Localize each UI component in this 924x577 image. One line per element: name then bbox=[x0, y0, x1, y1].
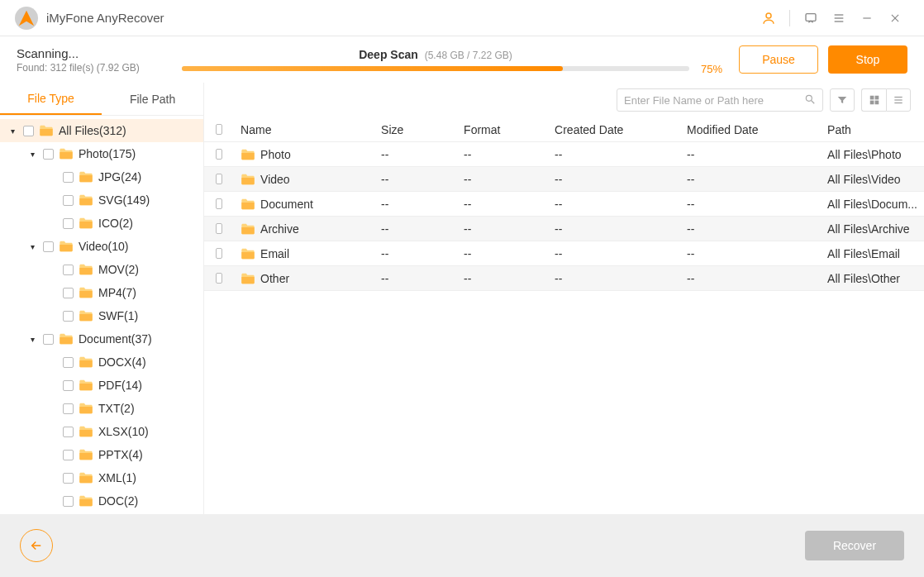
cell-size: -- bbox=[374, 173, 457, 186]
tree-checkbox[interactable] bbox=[63, 357, 74, 368]
col-path[interactable]: Path bbox=[821, 123, 924, 136]
tree-checkbox[interactable] bbox=[63, 450, 74, 460]
feedback-icon[interactable] bbox=[797, 4, 825, 32]
row-checkbox[interactable] bbox=[216, 248, 222, 259]
cell-size: -- bbox=[374, 148, 457, 161]
row-checkbox[interactable] bbox=[216, 149, 222, 160]
tree-checkbox[interactable] bbox=[63, 403, 74, 414]
tree-item-label: MOV(2) bbox=[98, 263, 139, 276]
chevron-down-icon[interactable]: ▾ bbox=[26, 335, 38, 344]
tree-checkbox[interactable] bbox=[63, 311, 74, 322]
chevron-down-icon[interactable]: ▾ bbox=[7, 126, 18, 136]
close-icon[interactable] bbox=[881, 4, 909, 32]
progress-band: Scanning... Found: 312 file(s) (7.92 GB)… bbox=[0, 36, 924, 83]
tree-item[interactable]: DOCX(4) bbox=[0, 350, 203, 374]
tree-item[interactable]: SVG(149) bbox=[0, 188, 203, 212]
pause-button[interactable]: Pause bbox=[739, 45, 818, 74]
tree-checkbox[interactable] bbox=[23, 126, 34, 136]
row-checkbox[interactable] bbox=[216, 273, 222, 284]
search-input[interactable] bbox=[624, 94, 804, 107]
cell-format: -- bbox=[457, 198, 548, 211]
tree-checkbox[interactable] bbox=[63, 380, 74, 391]
table-row[interactable]: Archive--------All Files\Archive bbox=[204, 217, 924, 241]
select-all-checkbox[interactable] bbox=[216, 124, 222, 135]
cell-created: -- bbox=[548, 222, 680, 236]
recover-button[interactable]: Recover bbox=[805, 531, 904, 560]
cell-format: -- bbox=[457, 173, 548, 186]
table-row[interactable]: Video--------All Files\Video bbox=[204, 167, 924, 192]
folder-icon bbox=[79, 403, 93, 414]
tree-item[interactable]: DOC(2) bbox=[0, 489, 203, 513]
tree-checkbox[interactable] bbox=[63, 265, 74, 275]
tree-checkbox[interactable] bbox=[63, 195, 74, 206]
tree-item[interactable]: ▾All Files(312) bbox=[0, 119, 203, 142]
folder-icon bbox=[39, 125, 54, 136]
tree-checkbox[interactable] bbox=[63, 288, 74, 298]
table-row[interactable]: Email--------All Files\Email bbox=[204, 241, 924, 266]
row-checkbox[interactable] bbox=[216, 198, 222, 209]
tree-item-label: Photo(175) bbox=[79, 147, 136, 160]
svg-rect-13 bbox=[874, 101, 879, 105]
cell-created: -- bbox=[548, 272, 680, 285]
minimize-icon[interactable] bbox=[853, 4, 881, 32]
tree-checkbox[interactable] bbox=[63, 473, 74, 484]
cell-size: -- bbox=[374, 198, 457, 211]
folder-icon bbox=[79, 194, 93, 206]
tree-item[interactable]: ▾Video(10) bbox=[0, 235, 203, 258]
tree-item[interactable]: XLSX(10) bbox=[0, 420, 203, 443]
tab-file-type[interactable]: File Type bbox=[0, 83, 102, 115]
tree-item[interactable]: MP4(7) bbox=[0, 281, 203, 304]
tree-checkbox[interactable] bbox=[43, 149, 54, 160]
cell-path: All Files\Photo bbox=[821, 148, 924, 161]
list-view-icon[interactable] bbox=[886, 88, 911, 112]
table-row[interactable]: Other--------All Files\Other bbox=[204, 266, 924, 291]
cell-size: -- bbox=[374, 272, 457, 285]
tree-item[interactable]: XML(1) bbox=[0, 466, 203, 489]
menu-icon[interactable] bbox=[825, 4, 853, 32]
user-icon[interactable] bbox=[755, 4, 783, 32]
row-checkbox[interactable] bbox=[216, 223, 222, 234]
tree-checkbox[interactable] bbox=[43, 334, 54, 345]
cell-format: -- bbox=[457, 148, 548, 161]
tree-item[interactable]: ICO(2) bbox=[0, 212, 203, 235]
progress-fill bbox=[182, 66, 563, 71]
tree-checkbox[interactable] bbox=[63, 218, 74, 229]
folder-icon bbox=[241, 149, 255, 160]
tree-checkbox[interactable] bbox=[63, 172, 74, 183]
search-box[interactable] bbox=[617, 88, 823, 112]
table-row[interactable]: Document--------All Files\Docum... bbox=[204, 192, 924, 217]
cell-name: Email bbox=[260, 247, 289, 260]
folder-icon bbox=[79, 472, 93, 484]
col-modified[interactable]: Modified Date bbox=[680, 123, 821, 136]
col-created[interactable]: Created Date bbox=[548, 123, 680, 136]
tree-item[interactable]: ▾Document(37) bbox=[0, 327, 203, 350]
back-button[interactable] bbox=[20, 529, 53, 562]
chevron-down-icon[interactable]: ▾ bbox=[26, 150, 38, 159]
tree-checkbox[interactable] bbox=[63, 496, 74, 507]
tree-item[interactable]: SWF(1) bbox=[0, 304, 203, 327]
cell-name: Photo bbox=[260, 148, 291, 161]
cell-modified: -- bbox=[680, 198, 821, 211]
tree-item[interactable]: TXT(2) bbox=[0, 397, 203, 420]
cell-created: -- bbox=[548, 173, 680, 186]
filter-icon[interactable] bbox=[830, 88, 855, 112]
row-checkbox[interactable] bbox=[216, 174, 222, 184]
tree-checkbox[interactable] bbox=[43, 241, 54, 252]
svg-point-0 bbox=[766, 13, 771, 18]
tree-item[interactable]: MOV(2) bbox=[0, 258, 203, 281]
tree-item[interactable]: PPTX(4) bbox=[0, 443, 203, 466]
table-row[interactable]: Photo--------All Files\Photo bbox=[204, 142, 924, 167]
search-icon[interactable] bbox=[804, 93, 816, 107]
col-name[interactable]: Name bbox=[234, 123, 374, 136]
col-format[interactable]: Format bbox=[457, 123, 548, 136]
chevron-down-icon[interactable]: ▾ bbox=[26, 242, 38, 251]
tab-file-path[interactable]: File Path bbox=[102, 83, 203, 115]
tree-item[interactable]: ▾Photo(175) bbox=[0, 142, 203, 165]
tree-item[interactable]: PDF(14) bbox=[0, 374, 203, 397]
tree-item[interactable]: JPG(24) bbox=[0, 165, 203, 188]
tree-checkbox[interactable] bbox=[63, 427, 74, 437]
col-size[interactable]: Size bbox=[374, 123, 457, 136]
stop-button[interactable]: Stop bbox=[828, 45, 907, 74]
grid-view-icon[interactable] bbox=[861, 88, 886, 112]
cell-created: -- bbox=[548, 148, 680, 161]
